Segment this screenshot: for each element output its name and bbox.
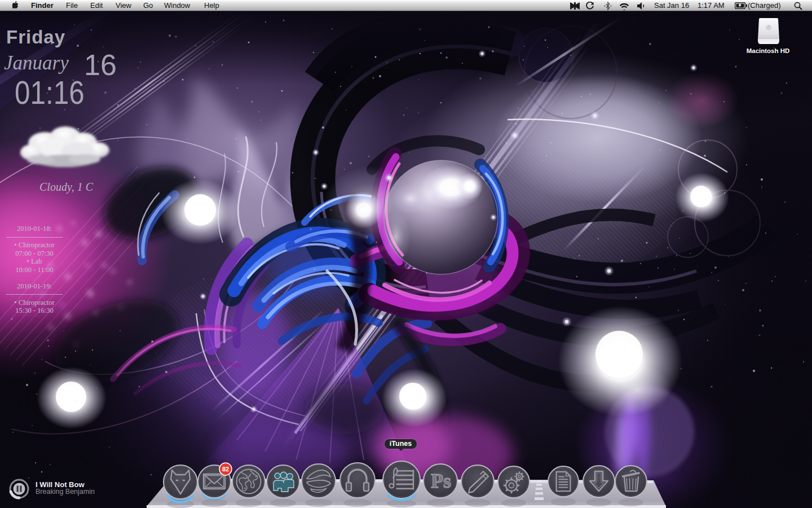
svg-text:Ps: Ps [431, 470, 451, 492]
svg-text:82: 82 [222, 466, 229, 472]
